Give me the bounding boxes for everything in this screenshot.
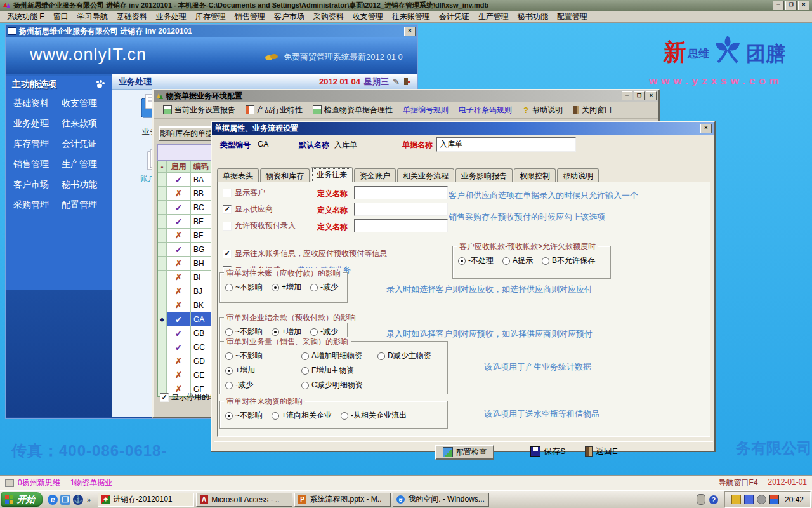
menu-item[interactable]: 秘书功能: [513, 11, 553, 23]
toolbar-item[interactable]: 关闭窗口: [568, 105, 617, 116]
radio-option[interactable]: +增加: [272, 282, 301, 293]
sidebar-item[interactable]: 业务处理: [13, 118, 62, 130]
radio-option[interactable]: D减少主物资: [377, 351, 431, 361]
checkbox-icon[interactable]: ✓: [223, 205, 232, 214]
ie-icon[interactable]: e: [48, 495, 58, 505]
task-button[interactable]: P系统流程图.pptx - M..: [294, 493, 391, 507]
chevron-icon[interactable]: »: [86, 496, 92, 504]
table-row[interactable]: ✗BK: [158, 298, 218, 312]
show-account-info-row[interactable]: ✓ 显示往来账务信息，应收应付预收预付等信息: [223, 248, 387, 259]
start-button[interactable]: 开始: [1, 492, 43, 507]
def-name-input[interactable]: [354, 219, 448, 232]
sidebar-item[interactable]: 往来款项: [62, 118, 112, 130]
menu-item[interactable]: 系统功能 F: [3, 11, 49, 23]
show-account-info-checkbox[interactable]: ✓: [223, 250, 232, 258]
menu-item[interactable]: 学习导航: [73, 11, 112, 23]
doc-name-input[interactable]: [436, 137, 576, 152]
radio-option[interactable]: ~不影响: [225, 351, 263, 361]
checkbox-icon[interactable]: [223, 189, 232, 197]
tab-权限控制[interactable]: 权限控制: [514, 168, 556, 183]
tab-相关业务流程[interactable]: 相关业务流程: [397, 168, 454, 183]
sidebar-item[interactable]: 秘书功能: [62, 179, 112, 190]
table-row[interactable]: ✗GE: [158, 368, 218, 382]
sidebar-item[interactable]: 配置管理: [62, 199, 112, 211]
show-disabled-checkbox[interactable]: ✓: [160, 393, 169, 402]
pencil-icon[interactable]: ✎: [393, 77, 400, 86]
exit-icon[interactable]: [403, 77, 411, 86]
radio-option[interactable]: A增加明细物资: [301, 351, 363, 361]
radio-option[interactable]: +增加: [225, 365, 263, 376]
radio-option[interactable]: -不处理: [458, 255, 494, 266]
radio-option[interactable]: A提示: [502, 255, 533, 266]
toolbar-item[interactable]: 检查物资单据合理性: [308, 105, 397, 116]
sidebar-item[interactable]: 生产管理: [62, 159, 112, 170]
table-row[interactable]: ✓GC: [158, 340, 218, 354]
radio-option[interactable]: F增加主物资: [301, 365, 363, 376]
radio-option[interactable]: +流向相关企业: [272, 410, 332, 421]
checkbox-icon[interactable]: [223, 222, 232, 231]
radio-option[interactable]: ~不影响: [225, 326, 263, 337]
radio-option[interactable]: B不允许保存: [542, 255, 595, 266]
table-row[interactable]: ✗BB: [158, 187, 218, 201]
tab-单据表头[interactable]: 单据表头: [217, 168, 259, 183]
menu-item[interactable]: 往来账管理: [388, 11, 435, 23]
child-close-icon[interactable]: [404, 27, 416, 36]
radio-option[interactable]: ~不影响: [225, 410, 263, 421]
toolbar-item[interactable]: 帮助说明: [518, 105, 567, 116]
task-button[interactable]: ✦进销存-20120101: [98, 493, 194, 507]
radio-option[interactable]: -减少: [225, 380, 263, 391]
doc-close-icon[interactable]: [700, 124, 712, 133]
sidebar-item[interactable]: 库存管理: [13, 138, 62, 150]
table-row[interactable]: ✓BE: [158, 215, 218, 229]
checkbox-row[interactable]: ✓显示供应商: [223, 204, 273, 215]
sidebar-item[interactable]: 销售管理: [13, 159, 62, 170]
sidebar-item[interactable]: 客户市场: [13, 179, 62, 190]
radio-option[interactable]: -减少: [310, 326, 338, 337]
table-row[interactable]: ✗BI: [158, 271, 218, 284]
env-maximize-icon[interactable]: [634, 91, 645, 100]
env-minimize-icon[interactable]: [622, 91, 632, 100]
config-check-button[interactable]: 配置检查: [435, 444, 494, 460]
menu-item[interactable]: 业务处理: [152, 11, 191, 23]
tab-帮助说明[interactable]: 帮助说明: [557, 168, 599, 183]
minimize-icon[interactable]: [773, 1, 784, 10]
tray-icon-1[interactable]: [731, 495, 741, 504]
table-row[interactable]: ✗BF: [158, 229, 218, 243]
tray-icon-3[interactable]: [757, 495, 766, 504]
menu-item[interactable]: 库存管理: [191, 11, 230, 23]
tray-icon-2[interactable]: [744, 495, 754, 504]
tab-资金账户[interactable]: 资金账户: [354, 168, 396, 183]
table-row[interactable]: ◆✓GA: [158, 312, 218, 326]
toolbar-item[interactable]: 电子秤条码规则: [454, 105, 516, 116]
save-button[interactable]: 保存S: [530, 446, 566, 457]
menu-item[interactable]: 生产管理: [474, 11, 513, 23]
menu-item[interactable]: 基础资料: [112, 11, 152, 23]
sidebar-item[interactable]: 收支管理: [62, 98, 112, 109]
def-name-input[interactable]: [354, 186, 448, 199]
radio-option[interactable]: +增加: [272, 326, 301, 337]
tray-icon-4[interactable]: [769, 495, 779, 504]
tab-物资和库存[interactable]: 物资和库存: [260, 168, 310, 183]
checkbox-row[interactable]: 显示客户: [223, 187, 265, 198]
table-row[interactable]: ✗BJ: [158, 284, 218, 298]
toolbar-item[interactable]: 产品行业特性: [241, 105, 307, 116]
maximize-icon[interactable]: [785, 1, 797, 10]
table-row[interactable]: ✗GD: [158, 354, 218, 368]
toolbar-item[interactable]: 单据编号规则: [398, 105, 453, 116]
menu-item[interactable]: 配置管理: [553, 11, 592, 23]
menu-item[interactable]: 收支管理: [348, 11, 388, 23]
show-disabled-row[interactable]: ✓ 显示停用的单据: [160, 392, 214, 403]
radio-option[interactable]: ~不影响: [225, 282, 263, 293]
nav-window-label[interactable]: 导航窗口F4: [719, 478, 758, 488]
sidebar-item[interactable]: 采购管理: [13, 199, 62, 211]
workspace-tab[interactable]: 业务处理: [119, 76, 152, 88]
menu-item[interactable]: 会计凭证: [435, 11, 474, 23]
help-tray-icon[interactable]: ?: [709, 495, 718, 504]
menu-item[interactable]: 采购资料: [309, 11, 348, 23]
task-button[interactable]: e我的空间. - Windows...: [393, 493, 489, 507]
menu-item[interactable]: 窗口: [49, 11, 73, 23]
table-row[interactable]: ✓BA: [158, 173, 218, 187]
sidebar-item[interactable]: 会计凭证: [62, 138, 112, 150]
status-link-company[interactable]: 0扬州新思维: [18, 478, 60, 488]
tab-业务影响报告[interactable]: 业务影响报告: [455, 168, 513, 183]
